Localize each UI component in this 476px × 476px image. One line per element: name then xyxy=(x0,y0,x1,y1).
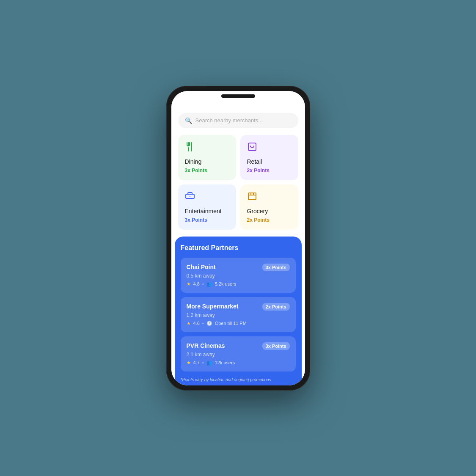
search-container: 🔍 Search nearby merchants... xyxy=(171,108,305,135)
partner-distance-0: 0.5 km away xyxy=(187,273,290,279)
partner-header-2: PVR Cinemas 3x Points xyxy=(187,342,290,350)
dot-sep-0: • xyxy=(202,281,204,286)
rating-0: 4.8 xyxy=(193,281,200,286)
search-placeholder: Search nearby merchants... xyxy=(195,117,263,124)
entertainment-name: Entertainment xyxy=(185,208,229,215)
grocery-name: Grocery xyxy=(247,208,292,215)
dining-name: Dining xyxy=(185,158,229,165)
category-card-grocery[interactable]: Grocery 2x Points xyxy=(240,184,298,230)
category-grid: Dining 3x Points Retail 2x Points xyxy=(171,135,305,237)
retail-name: Retail xyxy=(247,158,292,165)
grocery-icon xyxy=(247,191,292,204)
clock-icon-1: 🕐 xyxy=(206,321,212,326)
svg-rect-3 xyxy=(248,143,256,151)
meta-value-0: 5.2k users xyxy=(215,281,237,286)
partner-header-1: More Supermarket 2x Points xyxy=(187,303,290,311)
partner-meta-0: ★ 4.8 • 👥 5.2k users xyxy=(187,281,290,287)
phone-screen: 🔍 Search nearby merchants... Dining xyxy=(171,91,305,385)
category-card-entertainment[interactable]: Entertainment 3x Points xyxy=(178,184,236,230)
partner-distance-1: 1.2 km away xyxy=(187,312,290,318)
partner-card-pvr-cinemas[interactable]: PVR Cinemas 3x Points 2.1 km away ★ 4.7 … xyxy=(181,336,296,371)
svg-rect-6 xyxy=(248,193,256,200)
screen-content: 🔍 Search nearby merchants... Dining xyxy=(171,91,305,385)
search-bar[interactable]: 🔍 Search nearby merchants... xyxy=(178,113,298,128)
dot-sep-2: • xyxy=(202,360,204,365)
search-icon: 🔍 xyxy=(185,117,192,124)
grocery-points: 2x Points xyxy=(247,217,292,223)
dot-sep-1: • xyxy=(202,321,204,326)
disclaimer: *Points vary by location and ongoing pro… xyxy=(181,377,296,382)
points-badge-2: 3x Points xyxy=(262,342,290,350)
points-badge-0: 3x Points xyxy=(262,264,290,271)
partner-header-0: Chai Point 3x Points xyxy=(187,264,290,271)
retail-points: 2x Points xyxy=(247,168,292,173)
partner-meta-2: ★ 4.7 • 👥 12k users xyxy=(187,360,290,366)
users-icon-2: 👥 xyxy=(206,360,212,366)
partner-name-0: Chai Point xyxy=(187,264,216,270)
partner-distance-2: 2.1 km away xyxy=(187,352,290,358)
entertainment-points: 3x Points xyxy=(185,217,229,223)
dining-points: 3x Points xyxy=(185,168,229,173)
meta-value-2: 12k users xyxy=(215,360,235,365)
rating-1: 4.6 xyxy=(193,321,200,326)
rating-2: 4.7 xyxy=(193,360,200,365)
featured-title: Featured Partners xyxy=(181,244,296,252)
star-icon-2: ★ xyxy=(187,360,191,366)
star-icon-0: ★ xyxy=(187,281,191,287)
partner-name-2: PVR Cinemas xyxy=(187,342,225,349)
dining-icon xyxy=(185,142,229,154)
meta-value-1: Open till 11 PM xyxy=(215,321,247,326)
star-icon-1: ★ xyxy=(187,321,191,326)
partner-card-more-supermarket[interactable]: More Supermarket 2x Points 1.2 km away ★… xyxy=(181,297,296,332)
phone-frame: 🔍 Search nearby merchants... Dining xyxy=(166,86,310,391)
featured-section: Featured Partners Chai Point 3x Points 0… xyxy=(175,237,302,385)
category-card-retail[interactable]: Retail 2x Points xyxy=(240,135,298,180)
category-card-dining[interactable]: Dining 3x Points xyxy=(178,135,236,180)
partner-card-chai-point[interactable]: Chai Point 3x Points 0.5 km away ★ 4.8 •… xyxy=(181,258,296,293)
phone-notch xyxy=(221,94,255,98)
retail-icon xyxy=(247,142,292,154)
partner-meta-1: ★ 4.6 • 🕐 Open till 11 PM xyxy=(187,321,290,326)
partner-name-1: More Supermarket xyxy=(187,303,239,310)
users-icon-0: 👥 xyxy=(206,281,212,287)
points-badge-1: 2x Points xyxy=(262,303,290,311)
entertainment-icon xyxy=(185,191,229,204)
